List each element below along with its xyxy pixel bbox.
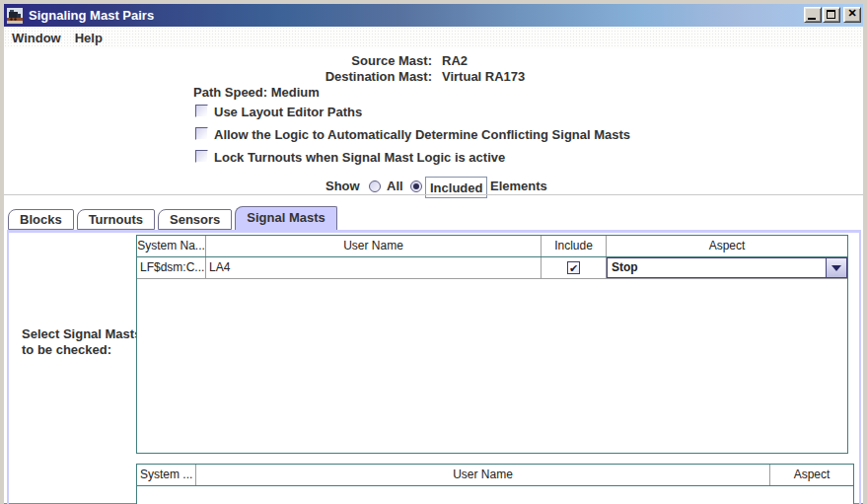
- tab-blocks[interactable]: Blocks: [8, 209, 74, 230]
- title-bar: Signaling Mast Pairs: [4, 4, 863, 27]
- cell-user-name[interactable]: LA4: [206, 257, 542, 278]
- tab-sensors[interactable]: Sensors: [158, 209, 232, 230]
- source-mast-value: RA2: [442, 53, 468, 68]
- pairs-header-system[interactable]: System ...: [137, 465, 196, 485]
- show-included-label[interactable]: Included: [430, 180, 482, 195]
- auto-conflicting-masts-checkbox[interactable]: [195, 127, 208, 140]
- cell-include[interactable]: [542, 257, 607, 278]
- signaling-mast-pairs-window: Signaling Mast Pairs Window Help Source …: [0, 0, 867, 504]
- menu-bar: Window Help: [4, 27, 863, 48]
- aspect-combobox[interactable]: Stop: [607, 257, 847, 278]
- show-all-radio[interactable]: [369, 180, 381, 192]
- tab-turnouts[interactable]: Turnouts: [77, 209, 155, 230]
- header-user-name[interactable]: User Name: [206, 236, 542, 256]
- use-layout-editor-paths-checkbox[interactable]: [195, 105, 208, 117]
- lock-turnouts-label[interactable]: Lock Turnouts when Signal Mast Logic is …: [214, 150, 505, 165]
- panel-divider: [4, 194, 863, 195]
- signal-masts-table-header: System Na... User Name Include Aspect: [137, 236, 847, 257]
- table-row[interactable]: LF$dsm:C... LA4 Stop: [137, 257, 847, 279]
- minimize-icon: [808, 18, 816, 20]
- aspect-combobox-value: Stop: [608, 258, 826, 277]
- show-label: Show: [325, 179, 360, 193]
- source-mast-label: Source Mast:: [0, 53, 432, 68]
- cell-system-name[interactable]: LF$dsm:C...: [137, 257, 206, 278]
- destination-mast-value: Virtual RA173: [442, 69, 525, 84]
- tab-signal-masts[interactable]: Signal Masts: [235, 206, 336, 230]
- signal-masts-table: System Na... User Name Include Aspect LF…: [136, 235, 848, 454]
- window-title: Signaling Mast Pairs: [29, 8, 154, 23]
- include-checkbox[interactable]: [567, 261, 580, 274]
- header-system-name[interactable]: System Na...: [137, 236, 206, 256]
- menu-window[interactable]: Window: [6, 31, 67, 45]
- menu-help[interactable]: Help: [69, 31, 108, 45]
- header-include[interactable]: Include: [542, 236, 607, 256]
- maximize-icon: [827, 10, 835, 19]
- pairs-table-header: System ... User Name Aspect: [137, 465, 853, 486]
- chevron-down-icon: [831, 265, 841, 276]
- use-layout-editor-paths-label[interactable]: Use Layout Editor Paths: [214, 105, 362, 119]
- show-included-radio[interactable]: [410, 180, 422, 192]
- cell-aspect[interactable]: Stop: [607, 257, 847, 278]
- auto-conflicting-masts-label[interactable]: Allow the Logic to Automatically Determi…: [214, 127, 630, 142]
- close-button[interactable]: [843, 7, 861, 23]
- select-signal-masts-label: Select Signal Masts to be checked:: [22, 326, 141, 358]
- pairs-table: System ... User Name Aspect: [136, 464, 854, 504]
- elements-label: Elements: [490, 179, 547, 193]
- maximize-button[interactable]: [823, 7, 840, 23]
- element-tabs: Blocks Turnouts Sensors Signal Masts: [8, 206, 337, 230]
- header-aspect[interactable]: Aspect: [607, 236, 847, 256]
- path-speed-label: Path Speed: Medium: [193, 85, 320, 100]
- pairs-header-user-name[interactable]: User Name: [196, 465, 770, 485]
- aspect-combobox-button[interactable]: [826, 258, 846, 277]
- show-all-label[interactable]: All: [387, 179, 403, 193]
- train-app-icon: [7, 8, 23, 24]
- pairs-header-aspect[interactable]: Aspect: [770, 465, 853, 485]
- minimize-button[interactable]: [804, 7, 822, 23]
- destination-mast-label: Destination Mast:: [0, 69, 432, 84]
- lock-turnouts-checkbox[interactable]: [195, 150, 208, 163]
